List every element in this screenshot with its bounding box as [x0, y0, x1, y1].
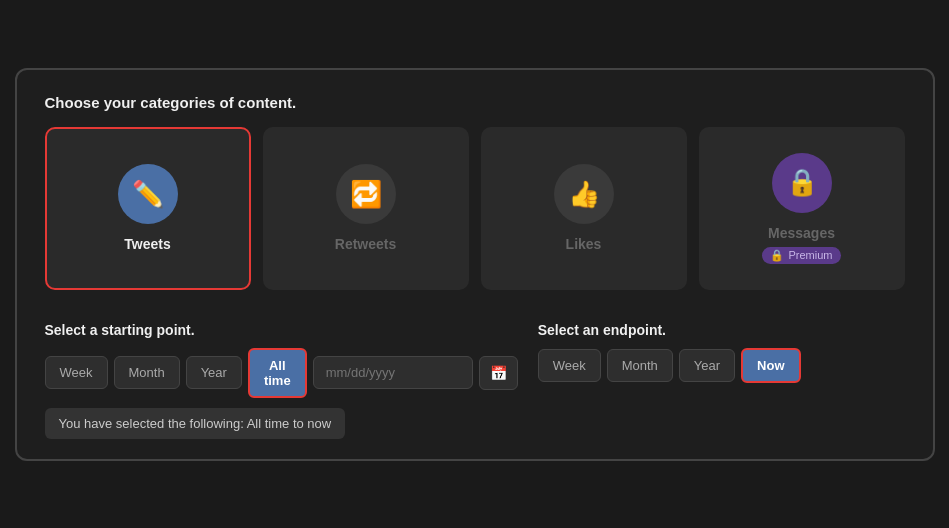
end-week-btn[interactable]: Week [538, 349, 601, 382]
retweets-icon: 🔁 [336, 164, 396, 224]
tweets-label: Tweets [124, 236, 170, 252]
end-title: Select an endpoint. [538, 322, 905, 338]
tweets-icon: ✏️ [118, 164, 178, 224]
start-date-input[interactable] [313, 356, 473, 389]
bottom-section: Select a starting point. Week Month Year… [45, 322, 905, 439]
start-controls: Week Month Year All time 📅 [45, 348, 518, 398]
lock-icon: 🔒 [770, 249, 784, 262]
end-year-btn[interactable]: Year [679, 349, 735, 382]
start-year-btn[interactable]: Year [186, 356, 242, 389]
retweets-label: Retweets [335, 236, 396, 252]
end-controls: Week Month Year Now [538, 348, 905, 383]
start-calendar-btn[interactable]: 📅 [479, 356, 518, 390]
start-date-input-wrapper: 📅 [313, 356, 518, 390]
status-bar: You have selected the following: All tim… [45, 408, 346, 439]
premium-label: Premium [788, 249, 832, 261]
start-title: Select a starting point. [45, 322, 518, 338]
main-container: Choose your categories of content. ✏️ Tw… [15, 68, 935, 461]
category-retweets[interactable]: 🔁 Retweets [263, 127, 469, 290]
premium-badge: 🔒 Premium [762, 247, 840, 264]
start-section: Select a starting point. Week Month Year… [45, 322, 518, 439]
start-month-btn[interactable]: Month [114, 356, 180, 389]
messages-label: Messages [768, 225, 835, 241]
category-messages[interactable]: 🔒 Messages 🔒 Premium [699, 127, 905, 290]
end-month-btn[interactable]: Month [607, 349, 673, 382]
likes-icon: 👍 [554, 164, 614, 224]
start-week-btn[interactable]: Week [45, 356, 108, 389]
category-likes[interactable]: 👍 Likes [481, 127, 687, 290]
category-tweets[interactable]: ✏️ Tweets [45, 127, 251, 290]
likes-label: Likes [566, 236, 602, 252]
messages-icon: 🔒 [772, 153, 832, 213]
end-section: Select an endpoint. Week Month Year Now [538, 322, 905, 383]
end-now-btn[interactable]: Now [741, 348, 800, 383]
start-alltime-btn[interactable]: All time [248, 348, 307, 398]
categories-title: Choose your categories of content. [45, 94, 905, 111]
categories-row: ✏️ Tweets 🔁 Retweets 👍 Likes 🔒 Messages … [45, 127, 905, 290]
